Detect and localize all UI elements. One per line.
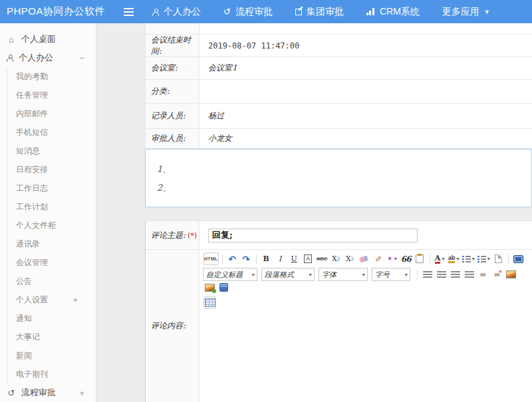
insert-image-button[interactable]	[505, 268, 517, 281]
insert-table-button[interactable]	[203, 296, 216, 309]
image-add-icon	[205, 284, 215, 292]
italic-button[interactable]: I	[274, 252, 287, 265]
nav-personal-office[interactable]: 个人办公	[152, 6, 201, 18]
align-left-icon	[423, 271, 432, 278]
person-icon	[7, 54, 13, 61]
table-row: 会议室: 会议室1	[146, 57, 532, 80]
sidebar-submenu: 我的考勤 任务管理 内部邮件 手机短信 短消息 日程安排 工作日志 工作计划 个…	[7, 67, 96, 383]
sidebar-item-e-journal[interactable]: 电子期刊	[7, 365, 96, 383]
ordered-list-button[interactable]: ▾	[462, 252, 475, 265]
comment-content-label: 评论内容:	[146, 250, 200, 402]
insert-media-button[interactable]	[217, 281, 230, 294]
autoformat-button[interactable]: ✦▾	[386, 252, 398, 265]
new-page-button[interactable]	[492, 252, 505, 265]
sidebar-item-meeting-management[interactable]: 会议管理	[7, 253, 96, 272]
superscript-button[interactable]: X2	[330, 252, 342, 265]
align-right-button[interactable]	[449, 268, 462, 281]
undo-button[interactable]: ↶	[226, 252, 239, 265]
html-source-button[interactable]: HTML	[203, 252, 219, 265]
sidebar-item-short-message[interactable]: 短消息	[7, 142, 96, 160]
sidebar-item-big-events[interactable]: 大事记	[7, 328, 96, 346]
sidebar-item-schedule[interactable]: 日程安排	[7, 160, 96, 179]
sidebar-item-notice[interactable]: 通知	[7, 309, 96, 328]
app-title: PHPOA协同办公软件	[0, 5, 124, 18]
nav-more-apps[interactable]: 更多应用 ▼	[442, 6, 490, 18]
sidebar-item-internal-mail[interactable]: 内部邮件	[7, 104, 96, 123]
paragraph-format-select[interactable]: 段落格式▾	[261, 268, 315, 281]
redo-button[interactable]: ↷	[240, 252, 253, 265]
cycle-icon: ↺	[223, 7, 231, 16]
format-brush-button[interactable]: ✎	[372, 252, 384, 265]
custom-title-select[interactable]: 自定义标题▾	[203, 268, 257, 281]
expand-icon[interactable]: +	[79, 388, 84, 398]
font-border-button[interactable]: A	[302, 252, 315, 265]
sidebar-item-news[interactable]: 新闻	[7, 346, 96, 365]
table-row	[146, 23, 532, 35]
editor-content-area[interactable]	[200, 310, 532, 402]
sidebar: ⌂ 个人桌面 个人办公 − 我的考勤 任务管理 内部邮件 手机短信 短消息 日程…	[0, 23, 96, 402]
align-right-icon	[451, 271, 460, 278]
nav-group-approval[interactable]: 集团审批	[295, 6, 344, 18]
top-nav: 个人办公 ↺ 流程审批 集团审批 CRM系统 更多应用 ▼	[152, 6, 513, 18]
person-icon	[152, 9, 159, 15]
paste-button[interactable]	[414, 252, 426, 265]
comment-subject-row: 评论主题: (*)	[146, 221, 532, 250]
blockquote-button[interactable]: 66	[400, 252, 412, 265]
justify-icon	[465, 271, 474, 278]
collapse-icon[interactable]: −	[79, 53, 84, 63]
cycle-icon: ↺	[7, 389, 16, 397]
table-row: 会议结束时间: 2019-08-07 11:47:00	[146, 35, 532, 57]
home-icon: ⌂	[7, 35, 16, 45]
fullscreen-button[interactable]	[512, 252, 525, 265]
align-center-button[interactable]	[435, 268, 448, 281]
sidebar-item-mobile-sms[interactable]: 手机短信	[7, 123, 96, 142]
chevron-down-icon: ▾	[404, 272, 407, 278]
table-row: 审批人员: 小龙女	[146, 129, 532, 149]
upload-image-button[interactable]	[203, 281, 216, 294]
sidebar-item-task-management[interactable]: 任务管理	[7, 86, 96, 104]
insert-link-button[interactable]: ∞	[477, 268, 489, 281]
sidebar-item-desktop[interactable]: ⌂ 个人桌面	[0, 30, 96, 49]
row-value: 会议室1	[200, 57, 532, 79]
nav-crm[interactable]: CRM系统	[366, 6, 420, 18]
font-family-select[interactable]: 字体▾	[319, 268, 368, 281]
font-color-button[interactable]: A▾	[434, 252, 446, 265]
nav-workflow-approval[interactable]: ↺ 流程审批	[223, 6, 273, 18]
eraser-button[interactable]	[358, 252, 370, 265]
sidebar-item-announcement[interactable]: 公告	[7, 272, 96, 290]
sidebar-item-contacts[interactable]: 通讯录	[7, 235, 96, 253]
row-value	[200, 80, 532, 103]
comment-subject-input[interactable]	[208, 229, 418, 243]
sidebar-item-work-log[interactable]: 工作日志	[7, 179, 96, 197]
row-value: 杨过	[200, 104, 532, 128]
hamburger-menu-icon[interactable]	[124, 8, 134, 16]
sidebar-item-attendance[interactable]: 我的考勤	[7, 67, 96, 86]
justify-button[interactable]	[463, 268, 475, 281]
comment-content-row: 评论内容: HTML ↶ ↷ B I U A ABC X2	[146, 250, 532, 402]
required-mark: (*)	[188, 231, 197, 240]
sidebar-item-workflow-approval[interactable]: ↺ 流程审批 +	[0, 383, 96, 402]
clipboard-icon	[416, 254, 424, 263]
row-label: 审批人员:	[146, 129, 200, 148]
sidebar-item-personal-settings[interactable]: 个人设置 +	[7, 290, 96, 309]
media-icon	[219, 283, 228, 292]
font-size-select[interactable]: 字号▾	[372, 268, 410, 281]
sidebar-item-file-cabinet[interactable]: 个人文件柜	[7, 216, 96, 235]
expand-icon[interactable]: +	[72, 295, 78, 305]
align-left-button[interactable]	[421, 268, 434, 281]
subscript-button[interactable]: X2	[344, 252, 356, 265]
underline-button[interactable]: U	[288, 252, 301, 265]
bold-button[interactable]: B	[260, 252, 273, 265]
sidebar-item-work-plan[interactable]: 工作计划	[7, 197, 96, 216]
remove-link-button[interactable]: ∞	[491, 268, 503, 281]
highlight-color-button[interactable]: ab▾	[448, 252, 460, 265]
row-value: 2019-08-07 11:47:00	[200, 35, 532, 56]
strikethrough-button[interactable]: ABC	[316, 252, 329, 265]
unordered-list-button[interactable]: ▾	[477, 252, 491, 265]
chevron-down-icon: ▾	[251, 272, 254, 278]
editor-toolbar-row-1: HTML ↶ ↷ B I U A ABC X2 X2 ✎	[200, 251, 532, 266]
caret-down-icon: ▼	[484, 9, 490, 15]
sidebar-item-personal-office[interactable]: 个人办公 −	[0, 49, 96, 67]
topbar: PHPOA协同办公软件 个人办公 ↺ 流程审批 集团审批 CRM系统 更多应用 …	[0, 0, 532, 23]
main-content: 会议结束时间: 2019-08-07 11:47:00 会议室: 会议室1 分类…	[97, 23, 532, 402]
